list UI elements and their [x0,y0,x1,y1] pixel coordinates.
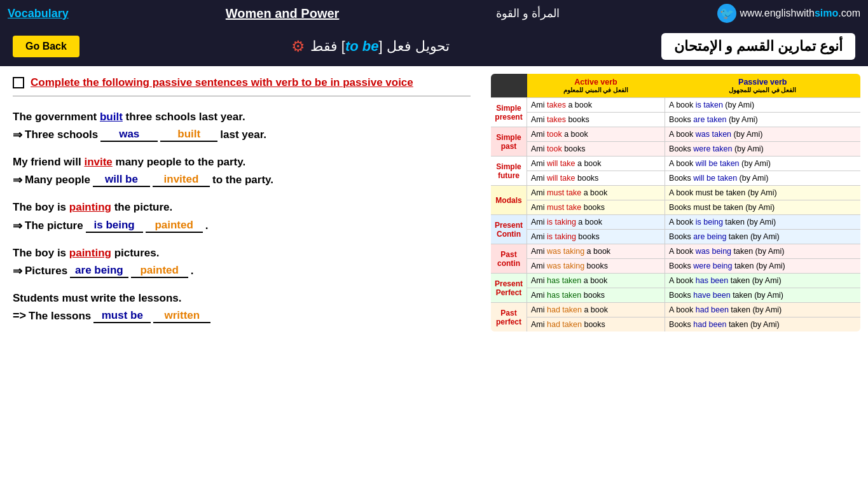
website-text: www.englishwithsimo.com [740,8,860,19]
subtitle-arabic: تحويل فعل [to be] فقط ⚙ [291,38,450,55]
sentence-block-1: The government built three schools last … [13,108,471,142]
table-row-past-contin-1: Pastcontin Ami was taking a book A book … [490,244,861,259]
sentence-active-4: The boy is painting pictures. [13,244,471,261]
highlight-painting-2: painting [69,247,111,259]
checkbox-icon [13,77,24,88]
tense-present-contin: PresentContin [490,215,527,244]
active-cell-ptc1: Ami was taking a book [527,244,665,259]
table-row-modals-1: Modals Ami must take a book A book must … [490,186,861,200]
highlight-painting-1: painting [69,201,111,213]
sentence-passive-4: ⇒ Pictures are being painted . [13,264,471,278]
active-cell-pp2: Ami has taken books [527,288,665,303]
instruction-text: Complete the following passive sentences… [31,76,413,89]
passive-cell-ptc2: Books were being taken (by Ami) [665,259,861,274]
table-row-modals-2: Ami must take books Books must be taken … [490,200,861,215]
table-row-present-perfect-2: Ami has taken books Books have been take… [490,288,861,303]
table-row-simple-past-2: Ami took books Books were taken (by Ami) [490,142,861,157]
active-cell-sf2: Ami will take books [527,171,665,186]
sentence-block-2: My friend will invite many people to the… [13,153,471,187]
lesson-title: Women and Power [226,6,340,21]
passive-cell-m2: Books must be taken (by Ami) [665,200,861,215]
passive-cell-sf2: Books will be taken (by Ami) [665,171,861,186]
blank-painted-2: painted [131,264,188,278]
active-cell-pc1: Ami is taking a book [527,215,665,230]
blank-will-be: will be [93,173,150,187]
right-panel: Active verb الفعل في المبني للمعلوم Pass… [483,66,868,488]
passive-cell-sp2: Books are taken (by Ami) [665,113,861,127]
blank-written: written [153,309,210,323]
table-row-simple-future-2: Ami will take books Books will be taken … [490,171,861,186]
arrow-icon: ⇒ [13,128,22,142]
sentence-passive-5: => The lessons must be written [13,309,471,323]
passive-cell-spa1: A book was taken (by Ami) [665,127,861,142]
sentence-active-2: My friend will invite many people to the… [13,153,471,171]
passive-cell-ptc1: A book was being taken (by Ami) [665,244,861,259]
active-cell-sp2: Ami takes books [527,113,665,127]
blank-are-being: are being [70,264,128,278]
table-row-simple-past-1: Simplepast Ami took a book A book was ta… [490,127,861,142]
blank-painted-1: painted [146,219,203,233]
sentence-active-1: The government built three schools last … [13,108,471,125]
passive-cell-ptp2: Books had been taken (by Ami) [665,317,861,333]
arabic-title: المرأة و القوة [496,6,560,20]
sentence-active-3: The boy is painting the picture. [13,199,471,216]
arrow-icon-2: ⇒ [13,173,22,187]
arrow-icon-4: ⇒ [13,264,22,278]
table-row-past-contin-2: Ami was taking books Books were being ta… [490,259,861,274]
highlight-invite: invite [84,156,112,168]
passive-cell-ptp1: A book had been taken (by Ami) [665,303,861,317]
top-bar: Vocabulary Women and Power المرأة و القو… [0,0,868,27]
table-row-simple-present-1: Simplepresent Ami takes a book A book is… [490,98,861,113]
passive-cell-pp1: A book has been taken (by Ami) [665,274,861,288]
passive-cell-sp1: A book is taken (by Ami) [665,98,861,113]
passive-cell-pc1: A book is being taken (by Ami) [665,215,861,230]
subtitle-text: تحويل فعل [to be] فقط [310,38,450,55]
vocab-label[interactable]: Vocabulary [8,7,69,20]
gear-icon: ⚙ [291,38,305,55]
table-row-past-perfect-2: Ami had taken books Books had been taken… [490,317,861,333]
active-cell-sp1: Ami takes a book [527,98,665,113]
tense-simple-future: Simplefuture [490,157,527,186]
active-cell-m2: Ami must take books [527,200,665,215]
passive-verb-header: Passive verb الفعل في المبني للمجهول [665,73,861,98]
blank-was: was [100,128,158,142]
sentence-passive-2: ⇒ Many people will be invited to the par… [13,173,471,187]
go-back-button[interactable]: Go Back [13,36,79,57]
sentence-active-5: Students must write the lessons. [13,289,471,307]
table-row-past-perfect-1: Pastperfect Ami had taken a book A book … [490,303,861,317]
tense-simple-present: Simplepresent [490,98,527,127]
table-row-present-perfect-1: PresentPerfect Ami has taken a book A bo… [490,274,861,288]
instruction-bar: Complete the following passive sentences… [13,76,471,97]
passive-cell-spa2: Books were taken (by Ami) [665,142,861,157]
active-cell-pc2: Ami is taking books [527,230,665,244]
active-cell-sf1: Ami will take a book [527,157,665,171]
sentence-passive-1: ⇒ Three schools was built last year. [13,128,471,142]
main-title-arabic: أنوع تمارين القسم و الإمتحان [661,33,855,60]
highlight-built-1: built [100,111,123,123]
active-cell-m1: Ami must take a book [527,186,665,200]
passive-cell-sf1: A book will be taken (by Ami) [665,157,861,171]
grammar-table: Active verb الفعل في المبني للمعلوم Pass… [490,73,862,333]
left-panel: Complete the following passive sentences… [0,66,483,488]
blank-must-be: must be [93,309,151,323]
tense-simple-past: Simplepast [490,127,527,157]
passive-prefix-1: Three schools [25,129,98,141]
blank-invited: invited [153,173,210,187]
sentence-block-5: Students must write the lessons. => The … [13,289,471,323]
tense-modals: Modals [490,186,527,215]
tense-past-perfect: Pastperfect [490,303,527,333]
table-row-present-contin-1: PresentContin Ami is taking a book A boo… [490,215,861,230]
arrow-icon-3: ⇒ [13,219,22,233]
sentence-passive-3: ⇒ The picture is being painted . [13,219,471,233]
tense-past-contin: Pastcontin [490,244,527,274]
active-cell-ptp2: Ami had taken books [527,317,665,333]
blank-built: built [160,128,217,142]
passive-cell-m1: A book must be taken (by Ami) [665,186,861,200]
active-cell-spa2: Ami took books [527,142,665,157]
tense-header [490,73,527,98]
header-section: Go Back تحويل فعل [to be] فقط ⚙ أنوع تما… [0,27,868,66]
arrow-icon-5: => [13,309,26,323]
active-verb-header: Active verb الفعل في المبني للمعلوم [527,73,665,98]
bird-icon: 🐦 [717,4,736,23]
website-info: 🐦 www.englishwithsimo.com [717,4,860,23]
